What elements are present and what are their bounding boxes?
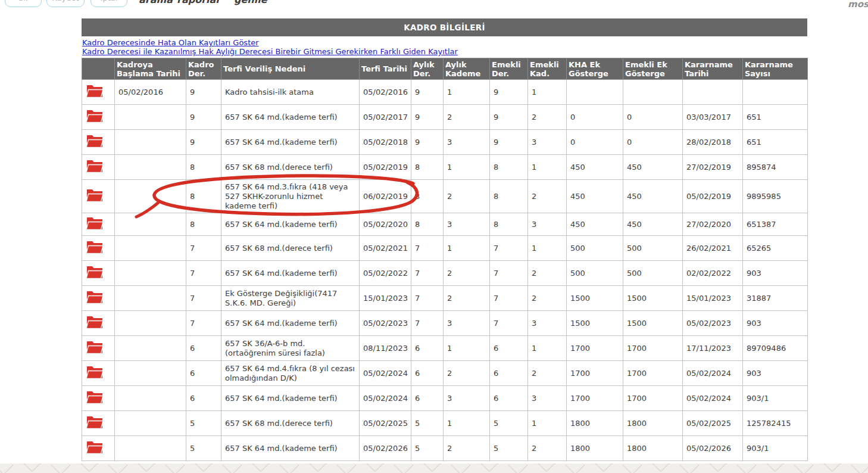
- cell-kararname-tarihi: 27/02/2019: [683, 155, 743, 180]
- folder-icon[interactable]: [86, 135, 104, 148]
- cell-kararname-sayisi: 125782415: [743, 411, 808, 436]
- folder-icon[interactable]: [86, 217, 104, 230]
- cell-terfi-nedeni: 657 SK 68 md.(derece terfi): [221, 236, 360, 261]
- open-record-cell[interactable]: [82, 105, 115, 130]
- chevron-decoration: [365, 463, 385, 472]
- cell-emekli-ek-gosterge: 500: [623, 261, 683, 286]
- cell-kararname-sayisi: 903/1: [743, 436, 808, 461]
- column-header-12: Kararname Sayısı: [743, 58, 808, 80]
- folder-icon[interactable]: [86, 160, 104, 173]
- cell-kadro-der: 6: [186, 336, 221, 361]
- cell-emekli-der: 7: [490, 236, 528, 261]
- cell-kha-ek-gosterge: 1800: [567, 436, 623, 461]
- link-show-mismatch-records[interactable]: Kadro Derecesi ile Kazanılmış Hak Aylığı…: [82, 47, 807, 56]
- column-header-7: Emekli Der.: [490, 58, 528, 80]
- chevron-decoration: [708, 463, 728, 472]
- folder-icon[interactable]: [86, 366, 104, 379]
- cell-emekli-der: 7: [490, 311, 528, 336]
- chevron-decoration: [679, 463, 700, 473]
- menu-item-search[interactable]: arama: [139, 0, 173, 6]
- cell-kadroya-baslama: [115, 361, 186, 386]
- folder-icon[interactable]: [86, 110, 104, 123]
- cell-kadro-der: 9: [186, 105, 221, 130]
- table-row: 6657 SK 36/A-6-b md. (ortaöğrenim süresi…: [82, 336, 808, 361]
- cell-kararname-tarihi: 02/02/2022: [683, 261, 743, 286]
- folder-icon[interactable]: [86, 316, 104, 329]
- chevron-decoration: [822, 463, 842, 472]
- save-button[interactable]: Kaydet: [46, 0, 85, 7]
- cell-aylik-kademe: 1: [444, 336, 490, 361]
- open-record-cell[interactable]: [82, 436, 115, 461]
- folder-icon[interactable]: [86, 441, 104, 454]
- cell-terfi-tarihi: 08/11/2023: [360, 336, 411, 361]
- cell-emekli-kad: 1: [528, 411, 567, 436]
- delete-button[interactable]: Sil: [5, 0, 42, 7]
- folder-icon[interactable]: [86, 416, 104, 429]
- panel-title: KADRO BİLGİLERİ: [82, 18, 807, 36]
- chevron-decoration: [536, 463, 557, 472]
- cell-kha-ek-gosterge: 1700: [567, 386, 623, 411]
- cell-kha-ek-gosterge: 450: [567, 213, 623, 236]
- open-record-cell[interactable]: [82, 130, 115, 155]
- cell-aylik-der: 8: [411, 180, 444, 213]
- open-record-cell[interactable]: [82, 411, 115, 436]
- open-record-cell[interactable]: [82, 336, 115, 361]
- cell-kararname-tarihi: 15/01/2023: [683, 286, 743, 311]
- cell-kadroya-baslama: [115, 411, 186, 436]
- chevron-decoration: [594, 463, 614, 472]
- open-record-cell[interactable]: [82, 361, 115, 386]
- cell-emekli-der: 8: [490, 155, 528, 180]
- folder-icon[interactable]: [86, 391, 104, 404]
- column-header-6: Aylık Kademe: [444, 58, 490, 80]
- folder-icon[interactable]: [86, 266, 104, 279]
- cell-emekli-ek-gosterge: [623, 80, 683, 105]
- folder-icon[interactable]: [86, 291, 104, 304]
- cancel-button[interactable]: İptal: [90, 0, 127, 7]
- folder-icon[interactable]: [86, 341, 104, 354]
- cell-kadroya-baslama: [115, 311, 186, 336]
- open-record-cell[interactable]: [82, 386, 115, 411]
- cell-kadro-der: 7: [186, 236, 221, 261]
- folder-icon[interactable]: [86, 189, 104, 202]
- cell-kadro-der: 7: [186, 311, 221, 336]
- cell-emekli-ek-gosterge: 450: [623, 180, 683, 213]
- chevron-decoration: [765, 463, 785, 472]
- cell-terfi-tarihi: 05/02/2026: [360, 436, 411, 461]
- cell-terfi-nedeni: 657 SK 64 md.(kademe terfi): [221, 436, 360, 461]
- cell-emekli-ek-gosterge: 500: [623, 236, 683, 261]
- chevron-pattern-band: [0, 463, 868, 473]
- open-record-cell[interactable]: [82, 311, 115, 336]
- link-show-error-records[interactable]: Kadro Derecesinde Hata Olan Kayıtları Gö…: [82, 38, 807, 47]
- chevron-decoration: [794, 463, 814, 473]
- open-record-cell[interactable]: [82, 236, 115, 261]
- cell-kararname-tarihi: 17/11/2023: [683, 336, 743, 361]
- cell-terfi-nedeni: 657 SK 64 md.(kademe terfi): [221, 105, 360, 130]
- cell-aylik-kademe: 1: [444, 155, 490, 180]
- cell-aylik-kademe: 3: [444, 213, 490, 236]
- table-row: 5657 SK 68 md.(derece terfi)05/02/202551…: [82, 411, 808, 436]
- cell-aylik-der: 9: [411, 130, 444, 155]
- open-record-cell[interactable]: [82, 213, 115, 236]
- cell-aylik-kademe: 2: [444, 436, 490, 461]
- cell-aylik-kademe: 3: [444, 386, 490, 411]
- folder-icon[interactable]: [86, 241, 104, 254]
- open-record-cell[interactable]: [82, 286, 115, 311]
- folder-icon[interactable]: [86, 85, 104, 98]
- cell-kararname-sayisi: 651: [743, 105, 808, 130]
- cell-kha-ek-gosterge: 1700: [567, 361, 623, 386]
- cell-terfi-nedeni: 657 SK 64 md.3.fıkra (418 veya 527 SKHK-…: [221, 180, 360, 213]
- column-header-10: Emekli Ek Gösterge: [623, 58, 683, 80]
- cell-terfi-tarihi: 05/02/2022: [360, 261, 411, 286]
- cell-emekli-kad: 2: [528, 361, 567, 386]
- chevron-decoration: [736, 463, 757, 473]
- open-record-cell[interactable]: [82, 261, 115, 286]
- open-record-cell[interactable]: [82, 155, 115, 180]
- menu-item-reports[interactable]: raporlar: [177, 0, 220, 6]
- open-record-cell[interactable]: [82, 80, 115, 105]
- open-record-cell[interactable]: [82, 180, 115, 213]
- cell-kararname-sayisi: 651387: [743, 213, 808, 236]
- cell-kadroya-baslama: [115, 236, 186, 261]
- cell-emekli-kad: 1: [528, 336, 567, 361]
- menu-item-general[interactable]: genile: [234, 0, 267, 6]
- cell-aylik-der: 5: [411, 436, 444, 461]
